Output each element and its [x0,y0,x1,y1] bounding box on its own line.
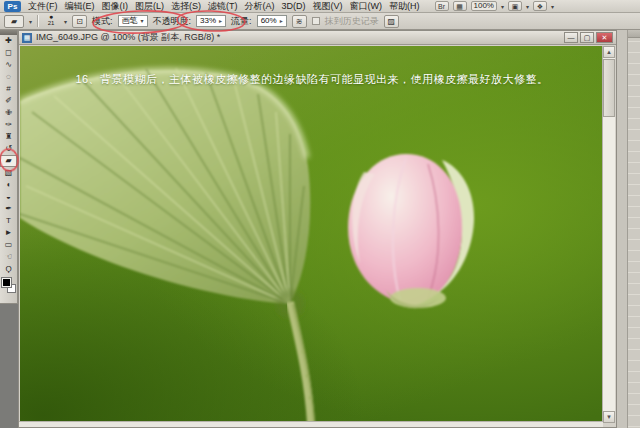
scroll-up-icon[interactable]: ▲ [603,46,615,58]
brush-preset-picker[interactable]: ● 21 [43,14,59,28]
panel-dock-header[interactable] [628,30,640,38]
chevron-down-icon: ▾ [501,3,504,10]
dodge-tool[interactable]: ◒ [0,191,17,203]
menu-image[interactable]: 图像(I) [102,0,129,13]
document-window: ▦ IMG_6049.JPG @ 100% (背景 副本, RGB/8) * —… [18,30,617,428]
eyedropper-tool[interactable]: ✐ [0,95,17,107]
menu-file[interactable]: 文件(F) [28,0,58,13]
spinner-icon[interactable]: ▸ [280,16,283,26]
foreground-color-swatch[interactable] [2,278,11,287]
menu-3d[interactable]: 3D(D) [282,0,306,13]
spinner-icon[interactable]: ▸ [219,16,222,26]
chevron-down-icon: ▾ [64,18,67,25]
zoom-tool[interactable]: Ϙ [0,263,17,275]
menu-bar: Ps 文件(F) 编辑(E) 图像(I) 图层(L) 选择(S) 滤镜(T) 分… [0,0,640,13]
chevron-down-icon: ▾ [526,3,529,10]
lasso-tool[interactable]: ∿ [0,59,17,71]
menu-help[interactable]: 帮助(H) [389,0,420,13]
workspace-background [0,304,18,428]
toggle-brushes-panel-button[interactable]: ▨ [384,15,399,28]
move-tool[interactable]: ✚ [0,35,17,47]
tutorial-caption: 16、背景模糊后，主体被橡皮擦修整的边缘缺陷有可能显现出来，使用橡皮擦最好放大修… [20,72,604,87]
horizontal-scrollbar[interactable] [19,421,603,427]
menu-filter[interactable]: 滤镜(T) [208,0,238,13]
mode-label: 模式: [92,15,113,28]
menu-window[interactable]: 窗口(W) [350,0,383,13]
scroll-down-icon[interactable]: ▼ [603,411,615,423]
image-canvas[interactable]: 16、背景模糊后，主体被橡皮擦修整的边缘缺陷有可能显现出来，使用橡皮擦最好放大修… [20,46,604,423]
pen-tool[interactable]: ✒ [0,203,17,215]
erase-to-history-checkbox[interactable] [312,17,320,25]
view-extras-icon[interactable]: ▦ [453,1,467,11]
blur-tool[interactable]: ◖ [0,179,17,191]
chevron-down-icon: ▾ [141,16,144,26]
document-title: IMG_6049.JPG @ 100% (背景 副本, RGB/8) * [36,31,560,44]
opacity-value: 33% [200,16,216,26]
airbrush-toggle-icon[interactable]: ≋ [292,15,307,28]
document-file-icon: ▦ [22,33,32,43]
chevron-down-icon: ▾ [551,3,554,10]
crop-tool[interactable]: # [0,83,17,95]
tools-palette: ✚ ◻ ∿ ◌ # ✐ ✙ ✑ ♜ ↺ ▰ ▧ ◖ ◒ ✒ T ► ▭ ☜ Ϙ [0,30,18,304]
vertical-scrollbar[interactable]: ▲ ▼ [602,46,615,423]
collapsed-panel-dock[interactable] [627,30,640,428]
screen-mode-icon[interactable]: ❖ [533,1,547,11]
clone-stamp-tool[interactable]: ♜ [0,131,17,143]
application-bar: Br ▦ 100% ▾ ▣ ▾ ❖ ▾ [435,1,555,11]
arrange-documents-icon[interactable]: ▣ [508,1,522,11]
maximize-button[interactable]: ▢ [580,32,594,43]
healing-brush-tool[interactable]: ✙ [0,107,17,119]
document-title-bar[interactable]: ▦ IMG_6049.JPG @ 100% (背景 副本, RGB/8) * —… [19,31,616,45]
opacity-input[interactable]: 33% ▸ [196,15,226,27]
separator [37,15,38,27]
eraser-tool[interactable]: ▰ [0,155,17,167]
scrollbar-thumb[interactable] [603,59,615,117]
marquee-tool[interactable]: ◻ [0,47,17,59]
toggle-brushes-panel-icon[interactable]: ⊡ [72,15,87,28]
close-button[interactable]: ✕ [596,32,613,43]
hand-tool[interactable]: ☜ [0,251,17,263]
chevron-down-icon: ▾ [29,18,32,25]
bridge-icon[interactable]: Br [435,1,449,11]
erase-to-history-label: 抹到历史记录 [325,15,379,28]
menu-view[interactable]: 视图(V) [313,0,343,13]
menu-analysis[interactable]: 分析(A) [245,0,275,13]
menu-edit[interactable]: 编辑(E) [65,0,95,13]
eraser-tool-preset[interactable]: ▰ [4,15,24,28]
zoom-level-dropdown[interactable]: 100% [471,1,497,11]
minimize-button[interactable]: — [564,32,578,43]
brush-tool[interactable]: ✑ [0,119,17,131]
photoshop-logo: Ps [4,1,21,12]
gradient-tool[interactable]: ▧ [0,167,17,179]
menu-layer[interactable]: 图层(L) [135,0,164,13]
mode-dropdown[interactable]: 画笔 ▾ [118,15,148,27]
flow-value: 60% [261,16,277,26]
shape-tool[interactable]: ▭ [0,239,17,251]
type-tool[interactable]: T [0,215,17,227]
color-swatches [0,277,17,299]
history-brush-tool[interactable]: ↺ [0,143,17,155]
menu-select[interactable]: 选择(S) [171,0,201,13]
flow-label: 流量: [231,15,252,28]
workspace-gap [617,30,627,428]
tool-options-bar: ▰ ▾ ● 21 ▾ ⊡ 模式: 画笔 ▾ 不透明度: 33% ▸ 流量: 60… [0,13,640,30]
lotus-photo [20,46,604,423]
flow-input[interactable]: 60% ▸ [257,15,287,27]
mode-value: 画笔 [122,16,138,26]
opacity-label: 不透明度: [153,15,192,28]
brush-size-value: 21 [48,20,55,26]
quick-selection-tool[interactable]: ◌ [0,71,17,83]
path-selection-tool[interactable]: ► [0,227,17,239]
